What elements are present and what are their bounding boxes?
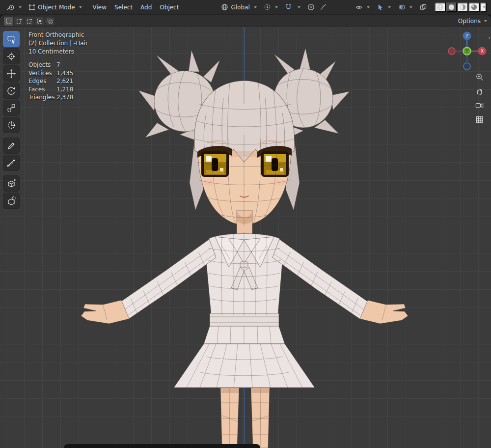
viewport-display-controls: [352, 2, 487, 13]
snap-toggle[interactable]: [282, 2, 295, 12]
tool-move[interactable]: [3, 65, 20, 82]
stat-label: Triangles: [28, 93, 56, 102]
gizmo-z-label: Z: [465, 33, 468, 38]
hand-left: [81, 300, 129, 324]
camera-icon: [475, 101, 484, 110]
view-name: Front Orthographic: [28, 31, 88, 39]
viewport-nav-buttons: [473, 70, 486, 126]
chevron-down-icon: [254, 6, 257, 8]
chevron-down-icon: [367, 6, 370, 8]
pivot-point-icon: [264, 3, 271, 11]
toggle-perspective-button[interactable]: [473, 113, 486, 126]
skirt: [174, 326, 315, 388]
menu-view[interactable]: View: [89, 2, 110, 12]
select-mode-intersect-button[interactable]: [45, 17, 55, 26]
select-mode-group: [4, 17, 55, 26]
stat-value: 2,378: [56, 93, 88, 102]
proportional-editing-toggle[interactable]: [304, 2, 318, 12]
stat-label: Objects: [28, 61, 56, 69]
gizmos-toggle[interactable]: [374, 2, 394, 12]
toolbar: [3, 31, 20, 209]
menu-object[interactable]: Object: [156, 2, 183, 12]
transform-controls: Global: [218, 2, 329, 12]
overlays-toggle[interactable]: [395, 2, 415, 12]
options-label: Options: [458, 18, 481, 25]
snap-settings-dropdown[interactable]: [296, 5, 303, 10]
viewport-header: Object Mode View Select Add Object Globa…: [0, 0, 491, 15]
shirt: [206, 234, 283, 316]
mode-selector[interactable]: Object Mode: [26, 2, 85, 12]
select-mode-invert-button[interactable]: [35, 17, 44, 26]
magnifier-icon: [475, 73, 484, 81]
scene-statistics: Objects7 Vertices1,435 Edges2,621 Faces1…: [28, 61, 88, 102]
sleeve-right: [273, 239, 368, 319]
visibility-dropdown[interactable]: [352, 2, 373, 12]
shading-rendered-button[interactable]: [468, 2, 480, 12]
tool-measure[interactable]: [3, 155, 20, 171]
menu-select[interactable]: Select: [110, 2, 136, 12]
grid-scale: 10 Centimeters: [28, 48, 88, 56]
orientation-globe-icon: [221, 3, 228, 11]
pan-button[interactable]: [473, 84, 486, 97]
select-mode-subtract-button[interactable]: [25, 17, 34, 26]
blender-logo-icon: [7, 4, 15, 11]
waistband: [210, 313, 279, 326]
menu-add[interactable]: Add: [136, 2, 156, 12]
chevron-down-icon: [298, 6, 300, 8]
zoom-button[interactable]: [473, 70, 486, 83]
stat-label: Vertices: [28, 69, 56, 78]
hand-icon: [475, 87, 484, 95]
bottom-panel-strip: [64, 444, 260, 448]
transform-orientation-selector[interactable]: Global: [218, 2, 259, 12]
shading-solid-button[interactable]: [446, 2, 457, 12]
material-sphere-icon: [459, 3, 466, 11]
gizmo-y-label: Y: [465, 49, 468, 54]
proportional-falloff-dropdown[interactable]: [319, 2, 330, 12]
tool-settings-bar: Options: [0, 15, 491, 27]
shading-material-button[interactable]: [457, 2, 468, 12]
select-mode-set-button[interactable]: [4, 17, 13, 26]
stat-value: 7: [56, 61, 88, 69]
chevron-down-icon: [388, 6, 391, 8]
tool-mesh-primitive[interactable]: [3, 193, 20, 209]
editor-type-selector[interactable]: [4, 2, 25, 12]
orientation-label: Global: [231, 4, 249, 11]
shading-wireframe-button[interactable]: [435, 2, 446, 12]
select-mode-extend-button[interactable]: [14, 17, 24, 26]
stat-value: 1,435: [56, 69, 88, 78]
tool-add-cube[interactable]: [3, 175, 20, 192]
gizmo-cursor-icon: [377, 3, 384, 11]
stat-value: 2,621: [56, 77, 88, 85]
xray-toggle[interactable]: [416, 2, 430, 12]
tool-select-box[interactable]: [3, 31, 20, 47]
rendered-sphere-icon: [470, 3, 478, 11]
viewport-3d[interactable]: Front Orthographic (2) Collection | -Hai…: [0, 27, 491, 448]
gizmo-axis-x-negative[interactable]: [448, 48, 455, 55]
tool-annotate[interactable]: [3, 138, 20, 154]
tool-scale[interactable]: [3, 100, 20, 116]
options-dropdown[interactable]: Options: [458, 18, 487, 25]
chevron-down-icon: [79, 6, 82, 8]
sidebar-collapse-arrow[interactable]: ‹: [488, 34, 491, 41]
xray-icon: [419, 3, 427, 11]
gizmo-x-label: X: [481, 49, 484, 54]
blender-window: { "header": { "mode_label": "Object Mode…: [0, 0, 491, 448]
menu-bar: View Select Add Object: [89, 2, 183, 12]
proportional-editing-icon: [307, 3, 315, 11]
tool-transform[interactable]: [3, 117, 20, 133]
object-mode-icon: [28, 4, 35, 11]
shading-mode-group: [434, 2, 487, 13]
eye-icon: [355, 4, 363, 11]
pivot-point-selector[interactable]: [261, 2, 281, 12]
shading-dropdown[interactable]: [480, 2, 487, 12]
navigation-gizmo[interactable]: Z X Y: [446, 30, 488, 72]
tool-rotate[interactable]: [3, 83, 20, 99]
viewport-area: Options: [0, 15, 491, 448]
gizmo-axis-z-negative[interactable]: [464, 63, 470, 70]
overlays-icon: [398, 3, 406, 11]
falloff-curve-icon: [320, 3, 327, 11]
stat-label: Faces: [28, 85, 56, 94]
camera-view-button[interactable]: [473, 99, 486, 112]
tool-cursor[interactable]: [3, 48, 20, 64]
magnet-icon: [285, 3, 292, 11]
